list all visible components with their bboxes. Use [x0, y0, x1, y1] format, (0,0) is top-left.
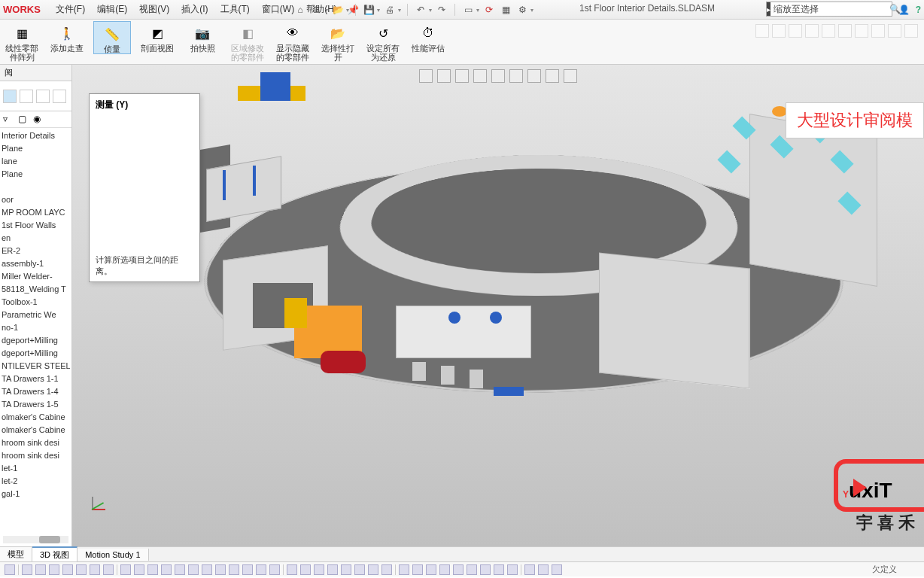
tree-item[interactable]: Parametric We [2, 309, 70, 321]
vt1-icon[interactable] [419, 69, 433, 83]
tree-item[interactable]: let-2 [2, 475, 70, 488]
tree-item[interactable]: NTILEVER STEEL [2, 360, 70, 373]
tree-item[interactable]: 58118_Welding T [2, 283, 70, 296]
vt6-icon[interactable] [509, 69, 523, 83]
tab-feature-tree-icon[interactable] [3, 90, 17, 103]
tree-item[interactable]: ER-2 [2, 245, 70, 257]
tb38-icon[interactable] [538, 564, 549, 575]
tree-item[interactable]: Miller Welder- [2, 270, 70, 283]
undo-icon[interactable]: ↶ [414, 3, 427, 17]
ribbon-add-walk[interactable]: 🚶 添加走查 [48, 21, 86, 53]
tb39-icon[interactable] [552, 564, 562, 575]
tree-item[interactable]: Toolbox-1 [2, 296, 70, 309]
tree-item[interactable]: Plane [2, 168, 70, 181]
ribbon-show-hide[interactable]: 👁 显示隐藏的零部件 [274, 21, 312, 62]
tree-item[interactable]: oor [2, 193, 70, 206]
tb28-icon[interactable] [399, 564, 409, 575]
user-icon[interactable]: 👤 [898, 5, 910, 15]
tb22-icon[interactable] [314, 564, 324, 575]
tree-item[interactable]: TA Drawers 1-5 [2, 398, 70, 411]
ribbon-snapshot[interactable]: 📷 拍快照 [184, 21, 221, 53]
open-icon[interactable]: 📂 [331, 3, 345, 17]
tb12-icon[interactable] [175, 564, 185, 575]
tb16-icon[interactable] [229, 564, 239, 575]
tree-item[interactable]: hroom sink desi [2, 449, 70, 462]
tb30-icon[interactable] [426, 564, 436, 575]
tb20-icon[interactable] [287, 564, 297, 575]
print-icon[interactable]: 🖨 [383, 3, 397, 17]
tb9-icon[interactable] [134, 564, 144, 575]
vt2-icon[interactable] [437, 69, 451, 83]
tb8-icon[interactable] [120, 564, 131, 575]
tab-config-icon[interactable] [36, 90, 50, 103]
tree-item[interactable]: let-1 [2, 462, 70, 475]
tb24-icon[interactable] [341, 564, 351, 575]
tb25-icon[interactable] [354, 564, 365, 575]
tb32-icon[interactable] [453, 564, 464, 575]
tb23-icon[interactable] [327, 564, 338, 575]
home-icon[interactable]: ⌂ [293, 3, 307, 17]
tree-item[interactable]: olmaker's Cabine [2, 424, 70, 437]
tree-item[interactable]: Plane [2, 142, 70, 155]
ribbon-selective-open[interactable]: 📂 选择性打开 [319, 21, 357, 62]
tb36-icon[interactable] [507, 564, 518, 575]
ribbon-section-view[interactable]: ◩ 剖面视图 [138, 21, 176, 53]
tb15-icon[interactable] [215, 564, 226, 575]
vt5-icon[interactable] [491, 69, 505, 83]
tb19-icon[interactable] [269, 564, 280, 575]
tree-item[interactable]: MP ROOM LAYC [2, 206, 70, 219]
show-icon[interactable]: ◉ [33, 114, 45, 126]
cursor-tool-icon[interactable] [5, 564, 15, 575]
si2-icon[interactable] [772, 24, 786, 38]
si4-icon[interactable] [805, 24, 819, 38]
tb7-icon[interactable] [103, 564, 114, 575]
vt9-icon[interactable] [564, 69, 577, 83]
save-icon[interactable]: 💾 [362, 3, 375, 17]
tree-item[interactable]: 1st Floor Walls [2, 219, 70, 232]
ribbon-set-restore[interactable]: ↺ 设定所有为还原 [364, 21, 402, 62]
tb1-icon[interactable] [22, 564, 32, 575]
tb31-icon[interactable] [439, 564, 450, 575]
select-icon[interactable]: ▭ [461, 3, 475, 17]
tb13-icon[interactable] [188, 564, 199, 575]
tb17-icon[interactable] [242, 564, 253, 575]
tb29-icon[interactable] [412, 564, 423, 575]
menu-file[interactable]: 文件(F) [50, 0, 91, 19]
vt3-icon[interactable] [455, 69, 469, 83]
tree-item[interactable]: TA Drawers 1-1 [2, 373, 70, 385]
tb4-icon[interactable] [62, 564, 73, 575]
tree-item[interactable]: dgeport+Milling [2, 334, 70, 347]
ribbon-measure[interactable]: 📏 侦量 [93, 21, 131, 54]
tab-3d-view[interactable]: 3D 视图 [32, 546, 78, 562]
si9-icon[interactable] [888, 24, 901, 38]
vt4-icon[interactable] [473, 69, 487, 83]
expand-icon[interactable]: ▢ [18, 114, 30, 126]
menu-insert[interactable]: 插入(I) [175, 0, 214, 19]
tree-item[interactable]: gal-1 [2, 488, 70, 500]
tree-item[interactable]: hroom sink desi [2, 437, 70, 449]
vt8-icon[interactable] [546, 69, 559, 83]
tb27-icon[interactable] [381, 564, 392, 575]
tb6-icon[interactable] [90, 564, 100, 575]
tb33-icon[interactable] [467, 564, 477, 575]
tree-item[interactable] [2, 181, 70, 193]
tree-item[interactable]: assembly-1 [2, 257, 70, 270]
ribbon-linear-pattern[interactable]: ▦ 线性零部件阵列 [3, 21, 41, 62]
tb37-icon[interactable] [524, 564, 535, 575]
new-icon[interactable]: 🗎 [310, 3, 324, 17]
tab-model[interactable]: 模型 [0, 547, 32, 561]
ribbon-perf-eval[interactable]: ⏱ 性能评估 [409, 21, 447, 53]
search-input[interactable] [771, 4, 889, 14]
tree-item[interactable]: dgeport+Milling [2, 347, 70, 360]
tb14-icon[interactable] [202, 564, 212, 575]
tree-item[interactable]: lane [2, 155, 70, 168]
si5-icon[interactable] [822, 24, 835, 38]
si6-icon[interactable] [838, 24, 852, 38]
help-icon[interactable]: ? [916, 5, 921, 15]
tab-motion-study[interactable]: Motion Study 1 [78, 549, 148, 561]
tab-display-icon[interactable] [53, 90, 66, 103]
si8-icon[interactable] [871, 24, 885, 38]
options-icon[interactable]: ▦ [499, 3, 512, 17]
si7-icon[interactable] [855, 24, 868, 38]
menu-edit[interactable]: 编辑(E) [91, 0, 133, 19]
